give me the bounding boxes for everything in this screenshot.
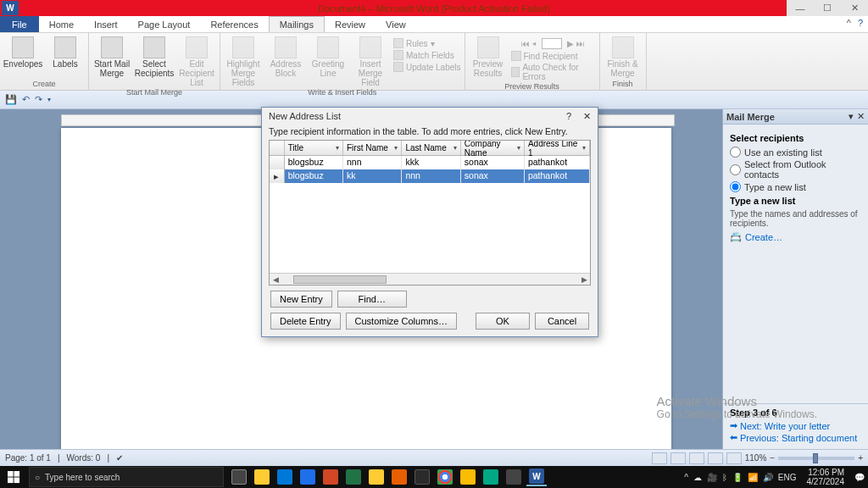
proofing-icon[interactable]: ✔ (116, 453, 123, 463)
app-explorer[interactable] (252, 468, 272, 486)
app-edge[interactable] (275, 468, 295, 486)
app-vlc[interactable] (389, 468, 409, 486)
view-full-screen[interactable] (670, 452, 686, 464)
find-recipient-button[interactable]: Find Recipient (511, 51, 596, 61)
app-powerpoint[interactable] (320, 468, 341, 486)
find-button[interactable]: Find… (337, 291, 407, 308)
clock[interactable]: 12:06 PM 4/27/2024 (802, 468, 850, 486)
app-explorer2[interactable] (366, 468, 387, 486)
taskbar-search[interactable]: ○ Type here to search (29, 467, 224, 487)
view-outline[interactable] (708, 452, 723, 464)
app-chrome-canary[interactable] (458, 468, 478, 486)
start-button[interactable] (0, 466, 27, 488)
option-type-new-list[interactable]: Type a new list (730, 181, 861, 192)
tray-wifi-icon[interactable]: 📶 (748, 473, 758, 482)
option-outlook-contacts[interactable]: Select from Outlook contacts (730, 159, 861, 180)
help-icon[interactable]: ? (858, 18, 863, 28)
tray-meet-now-icon[interactable]: 🎥 (707, 473, 717, 482)
tray-battery-icon[interactable]: 🔋 (732, 473, 743, 482)
word-count[interactable]: Words: 0 (67, 453, 101, 463)
greeting-line-button[interactable]: Greeting Line (309, 35, 348, 78)
group-preview-label: Preview Results (504, 81, 559, 92)
col-address1[interactable]: Address Line 1▾ (525, 141, 590, 155)
table-row[interactable]: ▸ blogsbuz kk nnn sonax pathankot (270, 169, 590, 183)
ribbon-minimize-icon[interactable]: ^ (847, 18, 851, 28)
notifications-icon[interactable]: 💬 (854, 473, 865, 482)
select-recipients-button[interactable]: Select Recipients (135, 35, 174, 78)
tray-language[interactable]: ENG (778, 473, 797, 482)
app-word-running[interactable]: W (526, 468, 547, 486)
col-last-name[interactable]: Last Name▾ (402, 141, 460, 155)
create-link[interactable]: 📇Create… (730, 231, 861, 242)
edit-recipient-list-button[interactable]: Edit Recipient List (177, 35, 216, 87)
zoom-level[interactable]: 110% (745, 453, 767, 463)
tab-insert[interactable]: Insert (84, 16, 128, 32)
customize-columns-button[interactable]: Customize Columns… (346, 313, 457, 330)
close-button[interactable]: ✕ (841, 0, 868, 16)
prev-step-link[interactable]: ⬅Previous: Starting document (730, 432, 861, 443)
auto-check-button[interactable]: Auto Check for Errors (511, 63, 596, 81)
redo-icon[interactable]: ↷ (35, 94, 42, 105)
tab-references[interactable]: References (200, 16, 268, 32)
start-mail-merge-button[interactable]: Start Mail Merge (92, 35, 131, 78)
zoom-slider[interactable] (778, 457, 854, 460)
highlight-merge-button[interactable]: Highlight Merge Fields (224, 35, 263, 87)
zoom-out-icon[interactable]: − (770, 453, 775, 463)
dialog-close-icon[interactable]: ✕ (583, 111, 591, 122)
page-indicator[interactable]: Page: 1 of 1 (5, 453, 51, 463)
save-icon[interactable]: 💾 (5, 94, 17, 105)
tab-mailings[interactable]: Mailings (269, 16, 325, 32)
taskbar: ○ Type here to search W ^ ☁ 🎥 ᛒ 🔋 📶 🔊 EN… (0, 466, 868, 488)
svg-rect-2 (8, 477, 14, 483)
view-print-layout[interactable] (652, 452, 667, 464)
delete-entry-button[interactable]: Delete Entry (270, 313, 341, 330)
app-chrome[interactable] (435, 468, 455, 486)
insert-merge-field-button[interactable]: Insert Merge Field (351, 35, 390, 87)
file-tab[interactable]: File (0, 16, 39, 32)
tab-page-layout[interactable]: Page Layout (128, 16, 201, 32)
zoom-in-icon[interactable]: + (858, 453, 863, 463)
col-company[interactable]: Company Name▾ (461, 141, 525, 155)
app-excel[interactable] (343, 468, 364, 486)
pane-close-icon[interactable]: ✕ (857, 111, 865, 122)
col-first-name[interactable]: First Name▾ (343, 141, 402, 155)
new-entry-button[interactable]: New Entry (270, 291, 332, 308)
preview-results-button[interactable]: Preview Results (469, 35, 508, 78)
app-chat[interactable] (481, 468, 501, 486)
option-existing-list[interactable]: Use an existing list (730, 147, 861, 158)
labels-button[interactable]: Labels (46, 35, 85, 69)
finish-merge-button[interactable]: Finish & Merge (604, 35, 643, 78)
cancel-button[interactable]: Cancel (535, 313, 589, 330)
col-title[interactable]: Title▾ (285, 141, 343, 155)
address-block-button[interactable]: Address Block (266, 35, 305, 78)
tab-review[interactable]: Review (325, 16, 376, 32)
grid-h-scroll[interactable]: ◀▶ (270, 273, 590, 285)
minimize-button[interactable]: — (787, 0, 814, 16)
envelopes-button[interactable]: Envelopes (3, 35, 42, 69)
next-step-link[interactable]: ➡Next: Write your letter (730, 420, 861, 431)
tab-home[interactable]: Home (39, 16, 84, 32)
ok-button[interactable]: OK (476, 313, 530, 330)
dialog-help-icon[interactable]: ? (566, 111, 571, 122)
match-fields-button[interactable]: Match Fields (393, 50, 461, 60)
address-grid[interactable]: Title▾ First Name▾ Last Name▾ Company Na… (269, 140, 591, 286)
view-web-layout[interactable] (689, 452, 704, 464)
pane-dropdown-icon[interactable]: ▾ (849, 111, 854, 122)
task-view-icon[interactable] (229, 468, 249, 486)
record-nav[interactable]: ⏮ ◀ ▶ ⏭ (511, 38, 596, 49)
tab-view[interactable]: View (376, 16, 416, 32)
tray-overflow-icon[interactable]: ^ (684, 473, 688, 482)
view-draft[interactable] (726, 452, 742, 464)
tray-bluetooth-icon[interactable]: ᛒ (722, 473, 727, 482)
rules-button[interactable]: Rules ▾ (393, 38, 461, 48)
tray-volume-icon[interactable]: 🔊 (763, 473, 773, 482)
qat-dropdown-icon[interactable]: ▾ (47, 96, 51, 103)
maximize-button[interactable]: ☐ (814, 0, 841, 16)
undo-icon[interactable]: ↶ (22, 94, 30, 105)
app-obs[interactable] (412, 468, 432, 486)
app-system[interactable] (504, 468, 524, 486)
tray-onedrive-icon[interactable]: ☁ (693, 473, 702, 482)
app-store[interactable] (298, 468, 318, 486)
update-labels-button[interactable]: Update Labels (393, 62, 461, 72)
table-row[interactable]: blogsbuz nnn kkk sonax pathankot (270, 156, 590, 169)
